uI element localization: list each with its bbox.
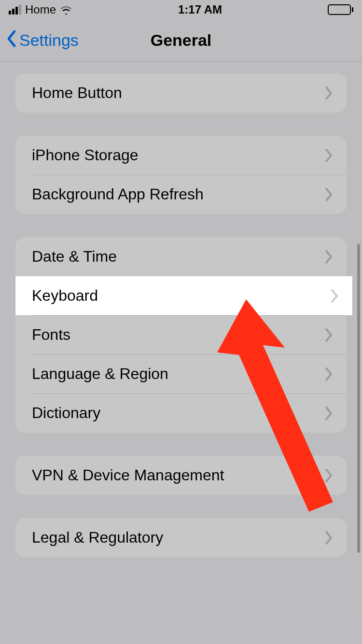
row-home-button[interactable]: Home Button	[15, 73, 347, 112]
back-button[interactable]: Settings	[6, 29, 79, 52]
row-date-time[interactable]: Date & Time	[15, 237, 347, 276]
settings-group: VPN & Device Management	[15, 456, 347, 495]
row-label: Language & Region	[32, 365, 168, 383]
status-time: 1:17 AM	[178, 3, 222, 16]
row-label: Date & Time	[32, 248, 117, 266]
settings-group: iPhone Storage Background App Refresh	[15, 136, 347, 214]
chevron-right-icon	[324, 468, 333, 483]
row-iphone-storage[interactable]: iPhone Storage	[15, 136, 347, 175]
settings-group: Legal & Regulatory	[15, 518, 347, 557]
chevron-right-icon	[324, 406, 333, 420]
row-label: VPN & Device Management	[32, 466, 224, 484]
status-bar: Home 1:17 AM	[0, 0, 362, 19]
chevron-right-icon	[324, 328, 333, 342]
row-label: Keyboard	[32, 287, 98, 305]
status-left: Home	[9, 3, 72, 16]
status-right	[328, 4, 353, 15]
row-label: Background App Refresh	[32, 185, 204, 203]
back-label: Settings	[19, 31, 79, 50]
row-background-app-refresh[interactable]: Background App Refresh	[15, 175, 347, 214]
settings-group: Date & Time Keyboard Fonts Language & Re…	[15, 237, 347, 433]
cellular-signal-icon	[9, 5, 21, 14]
wifi-icon	[60, 5, 72, 14]
chevron-right-icon	[324, 531, 333, 545]
row-label: Legal & Regulatory	[32, 529, 163, 546]
battery-icon	[328, 4, 353, 15]
chevron-right-icon	[324, 250, 333, 264]
row-label: Dictionary	[32, 404, 100, 422]
chevron-right-icon	[324, 86, 333, 100]
row-label: Home Button	[32, 84, 122, 102]
chevron-right-icon	[324, 148, 333, 163]
row-keyboard-highlight[interactable]: Keyboard	[15, 276, 352, 315]
scroll-indicator	[357, 244, 360, 553]
row-language-region[interactable]: Language & Region	[15, 354, 347, 393]
nav-header: Settings General	[0, 19, 362, 62]
row-dictionary[interactable]: Dictionary	[15, 393, 347, 433]
row-label: iPhone Storage	[32, 146, 139, 164]
row-fonts[interactable]: Fonts	[15, 315, 347, 354]
settings-group: Home Button	[15, 73, 347, 112]
chevron-right-icon	[324, 367, 333, 381]
row-label: Fonts	[32, 326, 70, 344]
row-legal-regulatory[interactable]: Legal & Regulatory	[15, 518, 347, 557]
chevron-right-icon	[324, 187, 333, 202]
carrier-label: Home	[25, 3, 56, 16]
row-vpn-device-management[interactable]: VPN & Device Management	[15, 456, 347, 495]
chevron-left-icon	[6, 29, 17, 52]
page-title: General	[151, 31, 212, 50]
settings-content: Home Button iPhone Storage Background Ap…	[0, 73, 362, 557]
chevron-right-icon	[330, 289, 339, 303]
